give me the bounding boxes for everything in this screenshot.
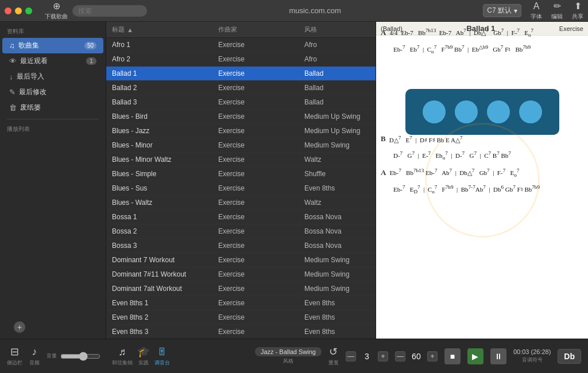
table-row[interactable]: Dominant 7 WorkoutExerciseMedium Swing <box>106 253 376 267</box>
bpm-value: 60 <box>408 352 425 361</box>
practice-tab[interactable]: 🎓 实践 <box>137 345 150 367</box>
song-title-cell: Ballad 1 <box>112 69 218 77</box>
playlist-label: 播放列表 <box>0 123 106 135</box>
song-title-cell: Dominant 7alt Workout <box>112 285 218 293</box>
volume-slider[interactable] <box>60 352 100 361</box>
song-style-cell: Ballad <box>304 69 370 77</box>
tempo-value: 3 <box>358 352 376 361</box>
song-title-cell: Blues - Waltz <box>112 199 218 207</box>
play-button[interactable]: ▶ <box>467 348 483 364</box>
song-style-cell: Even 8ths <box>304 328 370 336</box>
search-input[interactable] <box>72 5 147 17</box>
table-row[interactable]: Blues - JazzExerciseMedium Up Swing <box>106 124 376 138</box>
edit-button[interactable]: ✏ 编辑 <box>551 1 563 21</box>
sidebar-item-songs[interactable]: ♫ 歌曲集 50 <box>2 38 103 53</box>
import-icon: ↓ <box>9 72 13 81</box>
table-row[interactable]: Afro 2ExerciseAfro <box>106 52 376 67</box>
col-title-header[interactable]: 标题 ▲ <box>112 25 218 34</box>
song-style-cell: Medium Up Swing <box>304 127 370 135</box>
section-a2-label: A <box>381 165 386 180</box>
song-title-cell: Blues - Minor <box>112 141 218 149</box>
table-row[interactable]: Bossa 3ExerciseBossa Nova <box>106 239 376 253</box>
bpm-minus-button[interactable]: — <box>395 351 405 362</box>
current-style-badge[interactable]: Jazz - Ballad Swing <box>255 347 322 356</box>
volume-control: 音量 <box>47 352 100 361</box>
titlebar-right: C7 默认 ▾ A 字体 ✏ 编辑 ⬆ 共享 <box>483 1 583 21</box>
table-row[interactable]: Afro 1ExerciseAfro <box>106 38 376 52</box>
sidebar-toggle[interactable]: ⊟ 侧边栏 <box>7 345 22 367</box>
song-title-cell: Bossa 2 <box>112 227 218 235</box>
table-row[interactable]: Ballad 2ExerciseBallad <box>106 81 376 95</box>
tempo-minus-button[interactable]: — <box>346 351 356 362</box>
song-title-cell: Even 8ths 1 <box>112 299 218 307</box>
chords-tab[interactable]: ♬ 和弦集锦 <box>112 346 133 367</box>
bottom-tabs: ♬ 和弦集锦 🎓 实践 🎚 调音台 <box>107 345 174 367</box>
playback-dot-4 <box>519 100 542 123</box>
song-title-cell: Afro 1 <box>112 41 218 49</box>
sidebar-item-label-trash: 废纸篓 <box>20 103 96 112</box>
window-controls <box>5 7 32 14</box>
chevron-down-icon: ▾ <box>514 7 517 15</box>
song-style-cell: Shuffle <box>304 170 370 178</box>
col-style-header[interactable]: 风格 <box>304 25 370 34</box>
playback-dot-1 <box>423 100 446 123</box>
chords-icon: ♬ <box>118 346 126 358</box>
table-row[interactable]: Even 8ths 2ExerciseEven 8ths <box>106 310 376 325</box>
stop-button[interactable]: ■ <box>444 348 461 364</box>
download-button[interactable]: ⊕ 下载歌曲 <box>45 1 68 21</box>
time-label: 音调符号 <box>522 356 543 364</box>
add-playlist-button[interactable]: + <box>14 321 25 333</box>
table-row[interactable]: Dominant 7alt WorkoutExerciseMedium Swin… <box>106 282 376 296</box>
pause-button[interactable]: ⏸ <box>490 348 506 364</box>
table-row[interactable]: Blues - MinorExerciseMedium Swing <box>106 138 376 153</box>
song-title-cell: Ballad 2 <box>112 84 218 92</box>
sidebar-item-trash[interactable]: 🗑 废纸篓 <box>2 100 103 115</box>
col-composer-header[interactable]: 作曲家 <box>218 25 304 34</box>
table-row[interactable]: Bossa 2ExerciseBossa Nova <box>106 224 376 239</box>
sidebar-item-last-import[interactable]: ↓ 最后导入 <box>2 69 103 84</box>
sidebar-item-last-modified[interactable]: ✎ 最后修改 <box>2 84 103 100</box>
table-row[interactable]: Ballad 1ExerciseBallad <box>106 67 376 81</box>
playback-dot-2 <box>455 100 478 123</box>
font-button[interactable]: A 字体 <box>531 1 542 21</box>
song-composer-cell: Exercise <box>218 199 304 207</box>
repeat-button[interactable]: ↺ 重复 <box>328 345 339 367</box>
playback-overlay <box>405 89 559 135</box>
table-row[interactable]: Blues - BirdExerciseMedium Up Swing <box>106 110 376 124</box>
table-row[interactable]: Blues - SimpleExerciseShuffle <box>106 167 376 181</box>
table-row[interactable]: Ballad 3ExerciseBallad <box>106 95 376 110</box>
song-style-cell: Even 8ths <box>304 299 370 307</box>
song-title-cell: Afro 2 <box>112 55 218 63</box>
song-title-cell: Blues - Bird <box>112 112 218 121</box>
titlebar: ⊕ 下载歌曲 music.com.com C7 默认 ▾ A 字体 ✏ 编辑 ⬆… <box>0 0 588 22</box>
close-button[interactable] <box>5 7 11 14</box>
song-style-cell: Afro <box>304 41 370 49</box>
tempo-plus-button[interactable]: + <box>378 351 388 362</box>
sidebar-item-recent[interactable]: 👁 最近观看 1 <box>2 53 103 69</box>
mixer-tab[interactable]: 🎚 调音台 <box>154 346 170 367</box>
song-style-cell: Ballad <box>304 98 370 106</box>
bpm-plus-button[interactable]: + <box>427 351 438 362</box>
song-style-cell: Waltz <box>304 156 370 164</box>
table-row[interactable]: Blues - SusExerciseEven 8ths <box>106 181 376 196</box>
maximize-button[interactable] <box>25 7 32 14</box>
table-row[interactable]: Blues - Minor WaltzExerciseWaltz <box>106 153 376 167</box>
song-style-cell: Medium Up Swing <box>304 112 370 121</box>
table-row[interactable]: Even 8ths 1ExerciseEven 8ths <box>106 296 376 310</box>
share-button[interactable]: ⬆ 共享 <box>572 1 583 21</box>
song-style-cell: Medium Swing <box>304 256 370 264</box>
minimize-button[interactable] <box>15 7 22 14</box>
key-display[interactable]: Db <box>558 349 581 364</box>
song-title-cell: Dominant 7#11 Workout <box>112 270 218 278</box>
table-row[interactable]: Blues - WaltzExerciseWaltz <box>106 196 376 210</box>
key-selector[interactable]: C7 默认 ▾ <box>483 4 521 17</box>
audio-toggle[interactable]: ♪ 音频 <box>29 346 40 367</box>
table-row[interactable]: Bossa 1ExerciseBossa Nova <box>106 210 376 224</box>
sidebar-divider <box>7 119 99 119</box>
table-row[interactable]: Dominant 7#11 WorkoutExerciseMedium Swin… <box>106 267 376 282</box>
song-composer-cell: Exercise <box>218 313 304 321</box>
table-row[interactable]: Even 8ths 3ExerciseEven 8ths <box>106 325 376 339</box>
song-style-cell: Even 8ths <box>304 184 370 192</box>
song-title-cell: Bossa 1 <box>112 213 218 221</box>
song-composer-cell: Exercise <box>218 55 304 63</box>
